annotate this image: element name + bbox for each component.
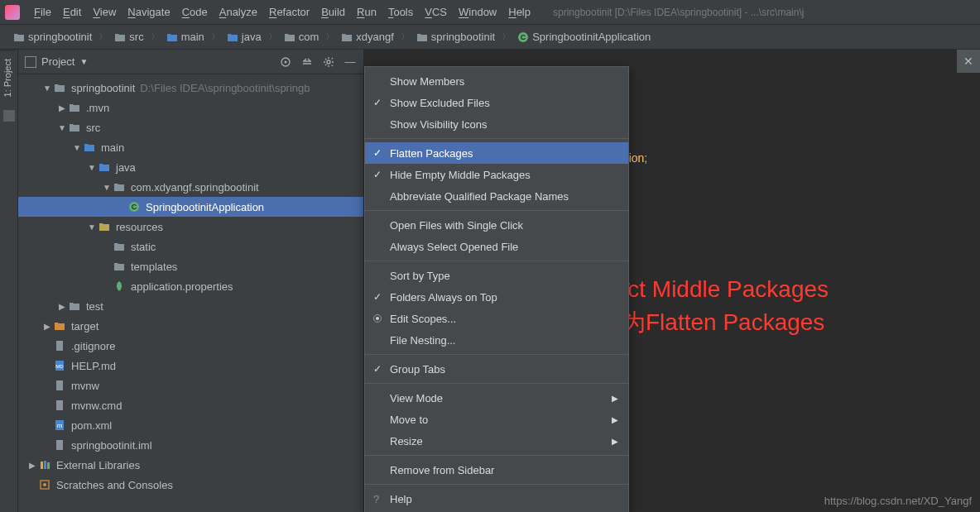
tree-row[interactable]: application.properties (18, 276, 363, 296)
tree-row[interactable]: .gitignore (18, 336, 363, 356)
ctx-label: Abbreviate Qualified Package Names (390, 190, 569, 203)
menu-window[interactable]: Window (453, 6, 502, 18)
breadcrumb-item[interactable]: com (279, 29, 324, 45)
locate-icon[interactable] (279, 55, 292, 69)
ctx-item-help[interactable]: ?Help (365, 488, 628, 510)
svg-rect-15 (41, 462, 43, 469)
lib-icon (38, 458, 51, 471)
menu-file[interactable]: File (28, 6, 57, 18)
folder-icon (113, 240, 126, 253)
breadcrumb-item[interactable]: src (109, 29, 148, 45)
tree-row[interactable]: ▼src (18, 117, 363, 137)
svg-rect-11 (56, 400, 63, 410)
tree-twisty-icon[interactable]: ▼ (86, 163, 98, 172)
tree-row[interactable]: ▼springbootinitD:\Files IDEA\springbooti… (18, 78, 363, 98)
ctx-item-show-visibility-icons[interactable]: Show Visibility Icons (365, 113, 628, 135)
menu-vcs[interactable]: VCS (419, 6, 453, 18)
svg-rect-17 (47, 462, 50, 469)
ctx-label: Show Excluded Files (390, 97, 490, 109)
ctx-item-always-select-opened-file[interactable]: Always Select Opened File (365, 236, 628, 257)
tree-twisty-icon[interactable]: ▼ (41, 84, 53, 93)
ctx-item-remove-from-sidebar[interactable]: Remove from Sidebar (365, 459, 628, 481)
ctx-item-open-files-with-single-click[interactable]: Open Files with Single Click (365, 214, 628, 236)
ctx-label: Hide Empty Middle Packages (390, 169, 531, 181)
ctx-item-file-nesting-[interactable]: File Nesting... (365, 329, 628, 351)
ctx-item-view-mode[interactable]: View Mode▶ (365, 387, 628, 409)
tree-row[interactable]: Scratches and Consoles (18, 475, 363, 495)
menu-help[interactable]: Help (502, 6, 536, 18)
tree-label: External Libraries (56, 459, 140, 471)
menu-edit[interactable]: Edit (57, 6, 87, 18)
tree-row[interactable]: ▶.mvn (18, 98, 363, 117)
breadcrumb-item[interactable]: main (161, 29, 209, 45)
breadcrumb-item[interactable]: springbootinit (411, 29, 500, 45)
tree-label: mvnw (71, 380, 99, 392)
tree-twisty-icon[interactable]: ▼ (86, 223, 98, 232)
collapse-all-icon[interactable] (300, 55, 314, 69)
breadcrumb-item[interactable]: CSpringbootinitApplication (512, 29, 656, 45)
tree-row[interactable]: mvnw.cmd (18, 395, 363, 415)
svg-point-4 (327, 60, 330, 64)
breadcrumb-sep: 〉 (502, 31, 511, 43)
tree-row[interactable]: mvnw (18, 376, 363, 395)
chevron-down-icon[interactable]: ▼ (79, 57, 88, 66)
settings-gear-icon[interactable] (322, 55, 335, 69)
tree-row[interactable]: ▼java (18, 157, 363, 177)
breadcrumb-item[interactable]: springbootinit (8, 29, 97, 45)
tree-row[interactable]: ▶test (18, 296, 363, 316)
tree-row[interactable]: ▼main (18, 137, 363, 157)
tree-twisty-icon[interactable]: ▼ (101, 183, 113, 192)
ctx-item-sort-by-type[interactable]: Sort by Type (365, 265, 628, 286)
tree-row[interactable]: ▶target (18, 316, 363, 336)
ctx-item-move-to[interactable]: Move to▶ (365, 409, 628, 430)
gutter-tab-project[interactable]: 1: Project (0, 50, 15, 105)
check-icon: ✓ (373, 147, 382, 159)
ctx-item-show-excluded-files[interactable]: ✓Show Excluded Files (365, 92, 628, 113)
tree-twisty-icon[interactable]: ▶ (56, 302, 68, 311)
ctx-item-edit-scopes-[interactable]: Edit Scopes... (365, 308, 628, 329)
ctx-item-show-members[interactable]: Show Members (365, 70, 628, 92)
hide-icon[interactable]: — (343, 55, 357, 69)
breadcrumb-item[interactable]: java (222, 29, 267, 45)
tree-twisty-icon[interactable]: ▼ (71, 143, 83, 152)
menu-tools[interactable]: Tools (382, 6, 419, 18)
menu-build[interactable]: Build (315, 6, 351, 18)
ctx-label: Move to (390, 414, 428, 426)
ctx-item-folders-always-on-top[interactable]: ✓Folders Always on Top (365, 286, 628, 308)
sidebar-title[interactable]: Project (41, 55, 74, 68)
breadcrumb-item[interactable]: xdyangf (336, 29, 399, 45)
tree-row[interactable]: ▼com.xdyangf.springbootinit (18, 177, 363, 197)
menu-navigate[interactable]: Navigate (122, 6, 175, 18)
menu-view[interactable]: View (87, 6, 122, 18)
window-title-path: springbootinit [D:\Files IDEA\springboot… (553, 7, 804, 18)
tree-row[interactable]: MDHELP.md (18, 356, 363, 376)
tree-twisty-icon[interactable]: ▼ (56, 123, 68, 132)
menu-analyze[interactable]: Analyze (214, 6, 263, 18)
ctx-item-abbreviate-qualified-package-names[interactable]: Abbreviate Qualified Package Names (365, 185, 628, 207)
ctx-item-resize[interactable]: Resize▶ (365, 430, 628, 452)
close-tab-button[interactable]: ✕ (957, 50, 980, 73)
tree-row[interactable]: springbootinit.iml (18, 435, 363, 455)
ctx-item-group-tabs[interactable]: ✓Group Tabs (365, 358, 628, 380)
menu-code[interactable]: Code (176, 6, 214, 18)
tree-twisty-icon[interactable]: ▶ (41, 322, 53, 331)
project-tree[interactable]: ▼springbootinitD:\Files IDEA\springbooti… (18, 74, 363, 512)
ctx-item-flatten-packages[interactable]: ✓Flatten Packages (365, 142, 628, 164)
tree-row[interactable]: templates (18, 256, 363, 276)
ctx-label: Remove from Sidebar (390, 464, 494, 476)
tree-row[interactable]: static (18, 237, 363, 256)
tree-twisty-icon[interactable]: ▶ (26, 461, 38, 470)
tree-row[interactable]: CSpringbootinitApplication (18, 197, 363, 217)
menu-refactor[interactable]: Refactor (263, 6, 315, 18)
menu-run[interactable]: Run (351, 6, 382, 18)
tree-label: pom.xml (71, 419, 112, 432)
tree-twisty-icon[interactable]: ▶ (56, 103, 68, 112)
folder-icon (68, 101, 81, 114)
ctx-item-hide-empty-middle-packages[interactable]: ✓Hide Empty Middle Packages (365, 164, 628, 185)
tree-label: java (116, 161, 136, 174)
tree-row[interactable]: ▶External Libraries (18, 455, 363, 475)
tree-row[interactable]: ▼resources (18, 217, 363, 237)
gutter-tab-structure-icon[interactable] (3, 110, 15, 122)
ctx-label: Open Files with Single Click (390, 219, 523, 232)
tree-row[interactable]: mpom.xml (18, 415, 363, 435)
